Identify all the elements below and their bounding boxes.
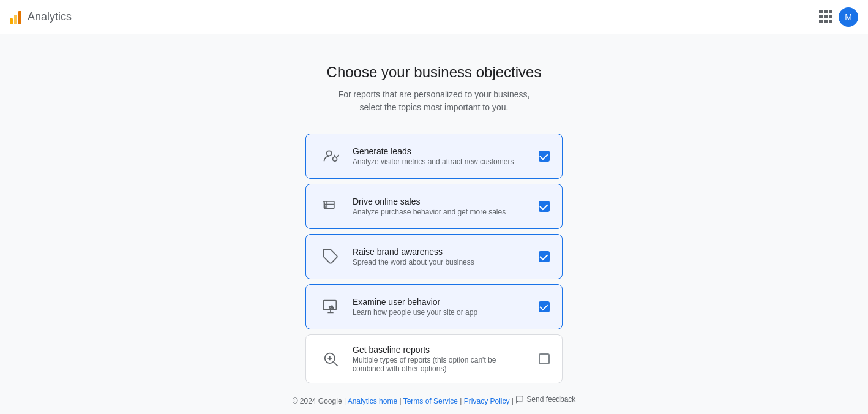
drive-online-sales-checkbox[interactable] <box>539 201 550 212</box>
page-subtitle: For reports that are personalized to you… <box>339 88 530 114</box>
app-title: Analytics <box>28 10 72 23</box>
footer: © 2024 Google | Analytics home | Terms o… <box>0 386 868 414</box>
drive-sales-svg <box>322 198 339 215</box>
grid-dot <box>824 20 828 23</box>
grid-dot <box>824 10 828 13</box>
grid-dot <box>819 15 823 18</box>
logo-bar-3 <box>18 11 21 24</box>
svg-line-2 <box>337 155 340 157</box>
header-right: M <box>819 7 858 27</box>
page-title: Choose your business objectives <box>327 64 542 81</box>
examine-user-behavior-checkbox[interactable] <box>539 301 550 312</box>
option-generate-leads[interactable]: Generate leads Analyze visitor metrics a… <box>305 134 563 179</box>
tag-icon <box>318 244 343 269</box>
option-raise-brand-awareness[interactable]: Raise brand awareness Spread the word ab… <box>305 234 563 279</box>
generate-leads-title: Generate leads <box>353 146 529 156</box>
footer-privacy-link[interactable]: Privacy Policy <box>464 397 510 405</box>
options-list: Generate leads Analyze visitor metrics a… <box>305 134 563 383</box>
header-left: Analytics <box>10 10 72 24</box>
analytics-logo <box>10 10 21 24</box>
grid-dot <box>829 10 832 13</box>
svg-point-1 <box>333 157 337 161</box>
logo-bar-2 <box>14 15 17 24</box>
header: Analytics M <box>0 0 868 34</box>
raise-brand-awareness-title: Raise brand awareness <box>353 247 529 257</box>
main-content: Choose your business objectives For repo… <box>0 34 868 414</box>
footer-feedback-link[interactable]: Send feedback <box>515 395 575 404</box>
footer-terms-link[interactable]: Terms of Service <box>403 397 458 405</box>
raise-brand-awareness-checkbox[interactable] <box>539 251 550 262</box>
option-examine-user-behavior[interactable]: Examine user behavior Learn how people u… <box>305 284 563 329</box>
subtitle-line1: For reports that are personalized to you… <box>339 89 530 99</box>
feedback-icon <box>515 395 524 404</box>
subtitle-line2: select the topics most important to you. <box>360 102 509 112</box>
brand-awareness-svg <box>322 248 339 265</box>
monitor-cursor-icon <box>318 295 343 319</box>
drive-online-sales-text: Drive online sales Analyze purchase beha… <box>353 197 529 216</box>
baseline-reports-svg <box>322 350 339 367</box>
user-avatar[interactable]: M <box>839 7 858 27</box>
grid-dot <box>829 15 832 18</box>
svg-line-7 <box>334 362 337 366</box>
examine-user-behavior-title: Examine user behavior <box>353 297 529 307</box>
grid-dot <box>819 10 823 13</box>
shopping-cart-icon <box>318 194 343 219</box>
generate-leads-checkbox[interactable] <box>539 151 550 162</box>
get-baseline-reports-title: Get baseline reports <box>353 345 529 355</box>
logo-bar-1 <box>10 18 13 24</box>
examine-user-behavior-desc: Learn how people use your site or app <box>353 308 529 317</box>
option-drive-online-sales[interactable]: Drive online sales Analyze purchase beha… <box>305 184 563 229</box>
grid-dot <box>819 20 823 23</box>
footer-analytics-home-link[interactable]: Analytics home <box>348 397 397 405</box>
generate-leads-text: Generate leads Analyze visitor metrics a… <box>353 146 529 166</box>
get-baseline-reports-text: Get baseline reports Multiple types of r… <box>353 345 529 373</box>
grid-dot <box>829 20 832 23</box>
drive-online-sales-desc: Analyze purchase behavior and get more s… <box>353 208 529 216</box>
raise-brand-awareness-desc: Spread the word about your business <box>353 258 529 266</box>
drive-online-sales-title: Drive online sales <box>353 197 529 206</box>
svg-point-0 <box>327 151 332 156</box>
generate-leads-desc: Analyze visitor metrics and attract new … <box>353 157 529 166</box>
user-target-icon <box>318 144 343 168</box>
footer-copyright: © 2024 Google | <box>293 397 346 405</box>
option-get-baseline-reports[interactable]: Get baseline reports Multiple types of r… <box>305 334 563 383</box>
search-chart-icon <box>318 347 343 371</box>
footer-feedback-text: Send feedback <box>526 395 575 404</box>
user-behavior-svg <box>322 298 339 315</box>
svg-rect-3 <box>324 201 334 209</box>
generate-leads-svg <box>322 148 339 165</box>
get-baseline-reports-checkbox[interactable] <box>539 353 550 364</box>
examine-user-behavior-text: Examine user behavior Learn how people u… <box>353 297 529 317</box>
get-baseline-reports-desc: Multiple types of reports (this option c… <box>353 356 529 373</box>
grid-dot <box>824 15 828 18</box>
apps-grid-icon[interactable] <box>819 10 834 24</box>
raise-brand-awareness-text: Raise brand awareness Spread the word ab… <box>353 247 529 266</box>
